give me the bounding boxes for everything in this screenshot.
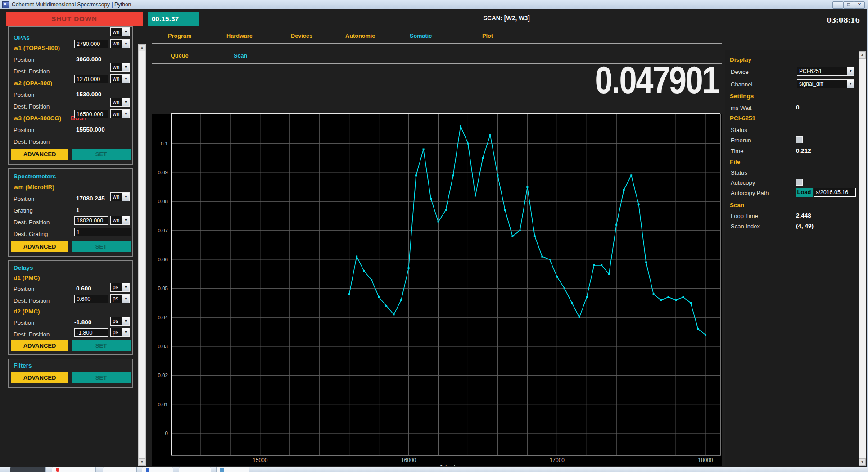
data-point-marker [415,174,417,176]
scroll-down-icon[interactable]: ▼ [139,458,145,466]
filters-advanced-button[interactable]: ADVANCED [11,372,68,383]
spectrometers-advanced-button[interactable]: ADVANCED [11,241,68,252]
autocopy-checkbox[interactable] [796,179,803,186]
y-tick-label: 0.05 [158,286,168,291]
plot-svg[interactable]: 00.010.020.030.040.050.060.070.080.090.1… [152,94,722,466]
wm-position-unit-select[interactable]: wn▼ [110,192,130,201]
autocopy-path-input[interactable] [814,188,856,197]
d1-dest-input[interactable] [74,295,108,303]
d1-position-value: 0.600 [76,285,91,292]
delays-advanced-button[interactable]: ADVANCED [11,340,68,351]
d2-name: d2 (PMC) [14,308,40,315]
chevron-down-icon[interactable]: ▼ [122,295,129,303]
scroll-down-icon[interactable]: ▼ [859,458,866,466]
chevron-down-icon[interactable]: ▼ [122,75,129,83]
chevron-down-icon[interactable]: ▼ [122,216,129,224]
chevron-down-icon[interactable]: ▼ [847,80,854,88]
chevron-down-icon[interactable]: ▼ [122,40,129,48]
spectrometers-set-button[interactable]: SET [72,241,131,252]
chevron-down-icon[interactable]: ▼ [122,317,129,325]
chevron-down-icon[interactable]: ▼ [847,67,854,75]
w1-position-unit-select[interactable]: wn▼ [110,27,130,36]
spectrometers-header: Spectrometers [14,173,56,180]
tab-scan[interactable]: Scan [234,52,247,59]
chevron-down-icon[interactable]: ▼ [122,63,129,71]
right-panel-scrollbar[interactable]: ▲ ▼ [859,51,866,466]
opas-set-button[interactable]: SET [72,149,131,160]
channel-select[interactable]: signal_diff▼ [797,79,854,88]
chevron-down-icon[interactable]: ▼ [122,110,129,118]
w1-dest-unit-select[interactable]: wn▼ [110,39,130,48]
taskbar-button[interactable] [179,467,211,472]
file-status-label: Status [731,169,747,176]
data-point-marker [489,134,491,136]
unit-label: ps [111,328,122,336]
data-point-marker [638,204,640,205]
tab-hardware[interactable]: Hardware [226,32,253,39]
taskbar-button[interactable] [103,467,137,472]
minimize-icon[interactable]: – [832,1,843,9]
delays-set-button[interactable]: SET [72,340,131,351]
time-value: 0.212 [796,147,811,154]
filters-set-button[interactable]: SET [72,372,131,383]
freerun-checkbox[interactable] [796,136,803,143]
settings-header: Settings [730,93,754,100]
tab-plot[interactable]: Plot [482,32,493,39]
load-button[interactable]: Load [796,188,813,197]
wm-dest-input[interactable] [74,216,108,225]
chevron-down-icon[interactable]: ▼ [122,283,129,291]
chevron-down-icon[interactable]: ▼ [122,193,129,201]
d1-name: d1 (PMC) [14,274,40,281]
device-label: Device [731,68,749,75]
d2-dest-unit-select[interactable]: ps▼ [110,328,130,337]
d2-dest-input[interactable] [74,328,108,337]
chevron-down-icon[interactable]: ▼ [122,328,129,336]
left-panel-scrollbar[interactable]: ▲ ▼ [138,44,146,466]
scroll-up-icon[interactable]: ▲ [139,44,145,51]
tab-devices[interactable]: Devices [291,32,312,39]
tab-somatic[interactable]: Somatic [410,32,432,39]
data-point-marker [526,186,528,188]
scroll-up-icon[interactable]: ▲ [859,51,866,59]
autocopy-label: Autocopy [731,179,755,186]
tab-queue[interactable]: Queue [171,52,188,59]
unit-label: wn [111,98,122,106]
taskbar-button[interactable] [216,467,249,472]
tab-autonomic[interactable]: Autonomic [345,32,375,39]
d1-dest-unit-select[interactable]: ps▼ [110,294,130,303]
opas-advanced-button[interactable]: ADVANCED [11,149,68,160]
wm-dest-unit-select[interactable]: wn▼ [110,216,130,225]
d2-position-unit-select[interactable]: ps▼ [110,317,130,326]
w2-position-unit-select[interactable]: wn▼ [110,63,130,72]
w3-dest-unit-select[interactable]: wn▼ [110,109,130,118]
w1-dest-input[interactable] [74,40,108,48]
data-point-marker [645,261,647,263]
wm-grating-label: Grating [14,207,33,214]
wm-dest-grating-input[interactable] [74,228,131,236]
data-point-marker [348,293,350,295]
w3-dest-label: Dest. Position [14,138,50,145]
chevron-down-icon[interactable]: ▼ [122,28,129,36]
app-icon [56,468,59,472]
opas-header: OPAs [14,34,30,41]
tab-program[interactable]: Program [168,32,191,39]
w2-dest-unit-select[interactable]: wn▼ [110,74,130,83]
taskbar-button[interactable] [52,467,96,472]
d2-dest-label: Dest. Position [14,331,50,338]
y-tick-label: 0.06 [158,257,168,262]
w3-dest-input[interactable] [74,110,108,118]
data-point-marker [423,149,425,150]
maximize-icon[interactable]: □ [843,1,854,9]
device-select[interactable]: PCI-6251▼ [797,67,854,76]
w3-position-unit-select[interactable]: wn▼ [110,98,130,107]
w2-dest-input[interactable] [74,75,108,83]
title-bar[interactable]: Coherent Multidimensional Spectroscopy |… [0,0,868,9]
data-point-marker [586,296,588,298]
data-point-marker [519,230,521,231]
taskbar-button[interactable] [142,467,173,472]
d1-position-unit-select[interactable]: ps▼ [110,283,130,292]
close-icon[interactable]: ✕ [854,1,865,9]
shutdown-button[interactable]: SHUT DOWN [6,12,143,26]
chevron-down-icon[interactable]: ▼ [122,98,129,106]
taskbar-button[interactable] [10,467,46,472]
